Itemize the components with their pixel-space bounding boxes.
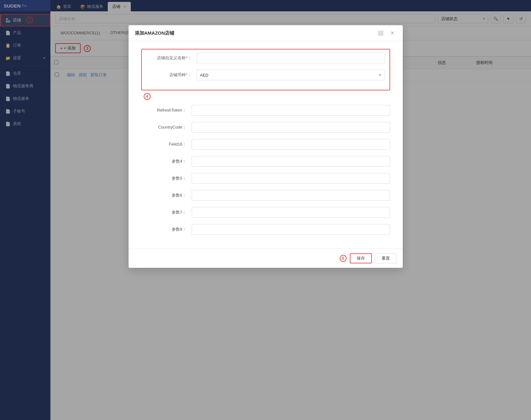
add-amazon-store-modal: 添加AMAZON店铺 ⬜ ✕ 店铺自定义名称*：	[129, 25, 403, 268]
modal-title: 添加AMAZON店铺	[135, 30, 175, 36]
form-row-refresh-token: RefreshToken：	[141, 105, 390, 116]
form-row-param4: 参数4：	[141, 156, 390, 167]
param7-input[interactable]	[192, 207, 390, 218]
modal-overlay: 添加AMAZON店铺 ⬜ ✕ 店铺自定义名称*：	[0, 0, 531, 420]
form-row-param6: 参数6：	[141, 190, 390, 201]
param4-label: 参数4：	[141, 158, 192, 164]
form-row-param7: 参数7：	[141, 207, 390, 218]
required-fields-section: 店铺自定义名称*： 店铺币种*： AED USD CNY EUR	[141, 49, 390, 90]
modal-body: 店铺自定义名称*： 店铺币种*： AED USD CNY EUR	[129, 41, 403, 249]
modal-maximize-button[interactable]: ⬜	[376, 30, 385, 37]
modal-close-button[interactable]: ✕	[389, 30, 396, 37]
refresh-token-input[interactable]	[192, 105, 390, 116]
close-icon: ✕	[390, 30, 395, 36]
annotation-badge-4: 4	[144, 93, 151, 100]
modal-footer: 5 保存 重置	[129, 249, 403, 268]
refresh-token-label: RefreshToken：	[141, 107, 192, 113]
maximize-icon: ⬜	[378, 30, 384, 36]
form-row-country-code: CountryCode：	[141, 122, 390, 133]
reset-button[interactable]: 重置	[375, 253, 396, 263]
param4-input[interactable]	[192, 156, 390, 167]
form-row-param8: 参数8：	[141, 224, 390, 235]
param8-label: 参数8：	[141, 227, 192, 232]
form-row-currency: 店铺币种*： AED USD CNY EUR GBP JPY CAD AUD	[146, 70, 385, 80]
param7-label: 参数7：	[141, 210, 192, 215]
param6-label: 参数6：	[141, 193, 192, 198]
country-code-label: CountryCode：	[141, 124, 192, 130]
field18-input[interactable]	[192, 139, 390, 150]
currency-select-wrap: AED USD CNY EUR GBP JPY CAD AUD ▼	[197, 70, 385, 80]
form-row-param5: 参数5：	[141, 173, 390, 184]
country-code-input[interactable]	[192, 122, 390, 133]
currency-label: 店铺币种*：	[146, 72, 197, 78]
annotation-badge-5: 5	[340, 255, 347, 262]
custom-name-label: 店铺自定义名称*：	[146, 55, 197, 61]
custom-name-input[interactable]	[197, 53, 385, 63]
form-row-field18: Field18：	[141, 139, 390, 150]
modal-header-actions: ⬜ ✕	[376, 30, 396, 37]
form-row-custom-name: 店铺自定义名称*：	[146, 53, 385, 63]
modal-header: 添加AMAZON店铺 ⬜ ✕	[129, 25, 403, 41]
field18-label: Field18：	[141, 141, 192, 147]
param5-label: 参数5：	[141, 175, 192, 181]
save-button[interactable]: 保存	[350, 253, 372, 263]
currency-select[interactable]: AED USD CNY EUR GBP JPY CAD AUD	[197, 70, 385, 80]
param6-input[interactable]	[192, 190, 390, 201]
param5-input[interactable]	[192, 173, 390, 184]
param8-input[interactable]	[192, 224, 390, 235]
